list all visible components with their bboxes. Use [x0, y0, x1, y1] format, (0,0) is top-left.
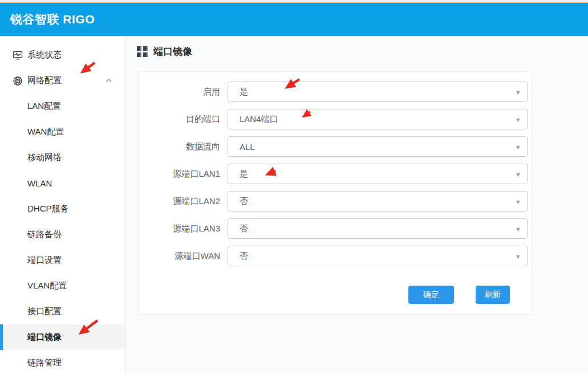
port-mirroring-form-panel: 启用 是 ▼ 目的端口 LAN4端口 ▼ 数据流向 ALL ▼ 源端口LAN1 … [138, 71, 533, 315]
enable-select[interactable]: 是 ▼ [228, 82, 528, 102]
source-lan2-select[interactable]: 否 ▼ [228, 191, 528, 212]
source-lan3-select[interactable]: 否 ▼ [228, 218, 528, 239]
sidebar-item-system-status[interactable]: 系统状态 [0, 42, 125, 68]
sidebar-item-link-management[interactable]: 链路管理 [0, 350, 125, 374]
sidebar-item-wlan[interactable]: WLAN [0, 170, 125, 196]
sidebar-item-interface-config[interactable]: 接口配置 [0, 299, 125, 324]
sidebar-item-network-config[interactable]: 网络配置 [0, 68, 125, 93]
chevron-down-icon: ▼ [515, 137, 521, 157]
field-label: 源端口LAN2 [139, 191, 220, 212]
form-row-source-lan2: 源端口LAN2 否 ▼ [139, 191, 532, 212]
brand-title: 锐谷智联 RIGO [0, 11, 95, 27]
form-row-destination-port: 目的端口 LAN4端口 ▼ [139, 109, 532, 129]
form-row-source-wan: 源端口WAN 否 ▼ [139, 246, 532, 266]
sidebar-item-label: 系统状态 [27, 50, 125, 60]
source-lan1-select[interactable]: 是 ▼ [228, 164, 528, 184]
grid-icon [137, 46, 148, 57]
sidebar-item-link-backup[interactable]: 链路备份 [0, 222, 125, 247]
sidebar-item-lan-config[interactable]: LAN配置 [0, 93, 125, 119]
chevron-down-icon: ▼ [515, 192, 521, 212]
chevron-down-icon: ▼ [515, 164, 521, 185]
sidebar-item-label: 网络配置 [27, 75, 105, 86]
sidebar-item-vlan-config[interactable]: VLAN配置 [0, 273, 125, 299]
field-label: 目的端口 [139, 109, 220, 129]
sidebar-item-port-mirroring[interactable]: 端口镜像 [0, 324, 125, 350]
refresh-button[interactable]: 刷新 [476, 286, 510, 304]
chevron-down-icon: ▼ [515, 109, 521, 130]
globe-icon [13, 76, 27, 86]
chevron-down-icon: ▼ [515, 246, 521, 267]
page-title-row: 端口镜像 [137, 45, 192, 58]
field-label: 源端口LAN1 [139, 164, 220, 184]
chevron-down-icon: ▼ [515, 219, 521, 239]
confirm-button[interactable]: 确定 [408, 286, 454, 304]
app-header: 锐谷智联 RIGO [0, 3, 588, 36]
source-wan-select[interactable]: 否 ▼ [228, 246, 528, 266]
destination-port-select[interactable]: LAN4端口 ▼ [228, 109, 528, 129]
field-label: 源端口WAN [139, 246, 220, 266]
form-row-data-direction: 数据流向 ALL ▼ [139, 136, 532, 157]
field-label: 源端口LAN3 [139, 218, 220, 239]
chevron-down-icon: ▼ [515, 82, 521, 103]
field-label: 启用 [139, 82, 220, 102]
form-row-source-lan1: 源端口LAN1 是 ▼ [139, 164, 532, 184]
sidebar: 系统状态 网络配置 LAN配置 WAN配置 移动网络 WLAN DHCP服务 链… [0, 36, 125, 374]
field-label: 数据流向 [139, 136, 220, 157]
sidebar-item-mobile-network[interactable]: 移动网络 [0, 145, 125, 170]
sidebar-item-dhcp-service[interactable]: DHCP服务 [0, 196, 125, 222]
monitor-icon [13, 50, 27, 60]
page-title: 端口镜像 [153, 45, 192, 58]
sidebar-item-port-settings[interactable]: 端口设置 [0, 247, 125, 273]
form-row-enable: 启用 是 ▼ [139, 82, 532, 102]
data-direction-select[interactable]: ALL ▼ [228, 136, 528, 157]
chevron-up-icon[interactable] [105, 78, 112, 83]
sidebar-item-wan-config[interactable]: WAN配置 [0, 119, 125, 145]
main-content: 端口镜像 启用 是 ▼ 目的端口 LAN4端口 ▼ 数据流向 ALL ▼ 源端口 [125, 36, 588, 374]
form-row-source-lan3: 源端口LAN3 否 ▼ [139, 218, 532, 239]
